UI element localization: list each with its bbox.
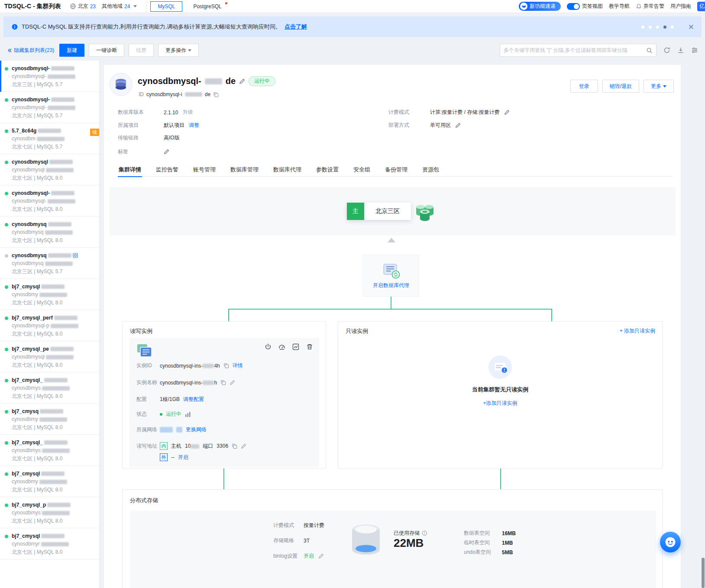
delete-icon[interactable] bbox=[306, 343, 313, 350]
add-ro-instance-empty-link[interactable]: +添加只读实例 bbox=[483, 400, 517, 407]
power-icon[interactable] bbox=[265, 343, 272, 350]
banner-link[interactable]: 点击了解 bbox=[285, 23, 307, 31]
cluster-name-text: bj7_cmysql bbox=[12, 533, 40, 539]
cluster-list-item[interactable]: cynosdbmysql- cynosdbmysql- 北京三区 | MySQL… bbox=[0, 61, 99, 92]
status-dot bbox=[5, 535, 8, 538]
more-button[interactable]: 更多 bbox=[644, 80, 674, 93]
search-input[interactable] bbox=[504, 47, 646, 53]
upgrade-link[interactable]: 升级 bbox=[182, 109, 193, 116]
tab-view-toggle[interactable] bbox=[567, 3, 580, 10]
adjust-config-link[interactable]: 调整配置 bbox=[183, 396, 204, 403]
tab[interactable]: 数据库代理 bbox=[272, 163, 302, 177]
cluster-name-text: cynosdbmysql- bbox=[12, 97, 50, 103]
carousel-dot[interactable] bbox=[671, 26, 674, 29]
new-features-button[interactable]: 新功能速递 bbox=[519, 2, 561, 11]
diagnose-button[interactable]: 一键诊断 bbox=[89, 44, 124, 57]
gauge-icon[interactable] bbox=[278, 343, 285, 350]
tab[interactable]: 集群详情 bbox=[118, 163, 142, 177]
cluster-list-item[interactable]: bj7_cmysql_pe cynosdbmysql 北京七区 | MySQL … bbox=[0, 341, 99, 372]
tab[interactable]: 备份管理 bbox=[384, 163, 408, 177]
instance-details-link[interactable]: 详情 bbox=[233, 362, 243, 369]
assistant-button[interactable] bbox=[660, 532, 681, 552]
cluster-subname: cynosdbmysq bbox=[12, 229, 95, 235]
edit-deploy-icon[interactable] bbox=[455, 123, 461, 128]
tab[interactable]: 资源包 bbox=[421, 163, 440, 177]
copy-icon[interactable] bbox=[223, 363, 229, 368]
double-chevron-left-icon bbox=[7, 48, 13, 53]
carousel-dot[interactable] bbox=[649, 26, 652, 29]
user-guide-link[interactable]: 用户指南 bbox=[670, 3, 691, 10]
cluster-list-item[interactable]: bj7_cmysql_ cynosdbmys 北京七区 | MySQL 8.0 bbox=[0, 435, 99, 466]
edit-tags-icon[interactable] bbox=[164, 149, 169, 155]
cluster-toolbar: 隐藏集群列表(23) 新建 一键诊断 续费 更多操作 bbox=[7, 44, 698, 57]
cluster-list-item[interactable]: bj7_cmysql cynosdbmyr 北京七区 | MySQL 8.0 bbox=[0, 528, 99, 559]
tab[interactable]: 数据库管理 bbox=[230, 163, 259, 177]
cluster-list-item[interactable]: cynosdbmysql- cynosdbmysql- 北京六区 | MySQL… bbox=[0, 92, 99, 123]
tab[interactable]: 安全组 bbox=[352, 163, 371, 177]
more-actions-button[interactable]: 更多操作 bbox=[158, 44, 199, 57]
tab[interactable]: 账号管理 bbox=[192, 163, 217, 177]
cluster-subname: cynosdbmysq bbox=[12, 260, 95, 266]
copy-icon[interactable] bbox=[213, 92, 219, 97]
teach-nav-link[interactable]: 教学导航 bbox=[609, 3, 630, 10]
rw-row-config: 配置 1核/1GB 调整配置 bbox=[136, 396, 204, 403]
download-icon[interactable] bbox=[677, 47, 684, 54]
search-icon[interactable] bbox=[646, 47, 653, 54]
mini-bars-icon[interactable] bbox=[185, 412, 191, 417]
primary-zone-pill: 主 北京三区 bbox=[347, 203, 411, 220]
carousel-dot-active[interactable] bbox=[663, 26, 666, 29]
cluster-list-item[interactable]: bj7_cmysql_perf cynosdbmysql-p 北京七区 | My… bbox=[0, 310, 99, 341]
cluster-list-item[interactable]: bj7_cmysq cynosdbmy 北京七区 | MySQL 8.0 bbox=[0, 404, 99, 435]
cluster-list-item[interactable]: cynosdbmysq cynosdbmysq 北京七区 | MySQL 8.0 bbox=[0, 216, 99, 248]
edit-name-icon[interactable] bbox=[239, 78, 245, 84]
tdsql-console-page: TDSQL-C - 集群列表 北京 23 其他地域 24 MySQL bbox=[0, 0, 705, 588]
globe-icon bbox=[70, 3, 76, 10]
cluster-list-item[interactable]: cynosdbmysql- cynosdbmysql- 北京七区 | MySQL… bbox=[0, 185, 99, 216]
database-proxy-box[interactable]: 开启数据库代理 bbox=[363, 255, 419, 297]
cluster-list-item[interactable]: bj7_cmysql_ cynosdbmys 北京七区 | MySQL 8.0 bbox=[0, 372, 99, 404]
cluster-subname: cynosdbmysql bbox=[12, 167, 95, 173]
renew-button[interactable]: 续费 bbox=[129, 44, 154, 57]
copy-icon[interactable] bbox=[232, 443, 237, 449]
carousel-dot[interactable] bbox=[656, 26, 659, 29]
cluster-list-item[interactable]: bj7_cmysql cynosdbmy 北京七区 | MySQL 8.0 bbox=[0, 279, 99, 310]
tab[interactable]: 参数设置 bbox=[315, 163, 340, 177]
edit-binlog-icon[interactable] bbox=[318, 553, 324, 559]
engine-tab[interactable]: MySQL bbox=[150, 1, 182, 12]
alarm-link[interactable]: 异常告警 bbox=[636, 3, 664, 10]
new-features-label: 新功能速递 bbox=[530, 3, 556, 10]
cluster-list-item[interactable]: bj7_cmysql_p cynosdbmys 北京七区 | MySQL 8.0 bbox=[0, 497, 99, 528]
refresh-icon[interactable] bbox=[663, 47, 670, 54]
other-regions-dropdown[interactable]: 其他地域 24 bbox=[102, 3, 137, 10]
edit-instance-name-icon[interactable] bbox=[230, 380, 235, 385]
close-icon[interactable] bbox=[689, 24, 694, 29]
adjust-project-link[interactable]: 调整 bbox=[189, 122, 199, 129]
edit-billing-icon[interactable] bbox=[504, 110, 510, 115]
edit-address-icon[interactable] bbox=[241, 443, 246, 449]
monitor-chart-icon[interactable] bbox=[292, 343, 299, 350]
info-icon[interactable] bbox=[422, 530, 427, 536]
tab[interactable]: 监控告警 bbox=[155, 163, 179, 177]
enable-proxy-link[interactable]: 开启数据库代理 bbox=[373, 282, 409, 289]
engine-tab[interactable]: PostgreSQL bbox=[186, 1, 229, 12]
region-selector[interactable]: 北京 23 bbox=[70, 3, 96, 10]
corner-badge[interactable]: 亿 bbox=[697, 2, 705, 11]
add-ro-instance-link[interactable]: + 添加只读实例 bbox=[620, 327, 655, 335]
vertical-scrollbar[interactable] bbox=[702, 558, 705, 588]
more-button-label: 更多 bbox=[651, 83, 661, 90]
change-network-link[interactable]: 更换网络 bbox=[186, 426, 207, 433]
hide-cluster-list-link[interactable]: 隐藏集群列表(23) bbox=[7, 47, 54, 54]
login-button[interactable]: 登录 bbox=[570, 80, 598, 93]
status-dot bbox=[5, 98, 8, 102]
create-button[interactable]: 新建 bbox=[59, 44, 84, 57]
settings-icon[interactable] bbox=[691, 47, 698, 54]
cluster-list-item[interactable]: cynosdbmysq cynosdbmysq 北京三区 | MySQL 5.7 bbox=[0, 248, 99, 279]
carousel-dot[interactable] bbox=[641, 26, 644, 29]
copy-icon[interactable] bbox=[220, 380, 226, 385]
cluster-list-item[interactable]: bj7_cmysql cynosdbmy 北京七区 | MySQL 8.0 bbox=[0, 466, 99, 497]
cluster-list-item[interactable]: cynosdbmysql cynosdbmysql 北京七区 | MySQL 8… bbox=[0, 154, 99, 185]
cluster-list-item[interactable]: 5.7_8c64g cynosdbm 北京七区 | MySQL 5.7 续 bbox=[0, 123, 99, 154]
destroy-button[interactable]: 销毁/退款 bbox=[602, 80, 639, 93]
enable-outer-address-link[interactable]: 开启 bbox=[178, 454, 188, 461]
redacted-text bbox=[51, 66, 74, 71]
